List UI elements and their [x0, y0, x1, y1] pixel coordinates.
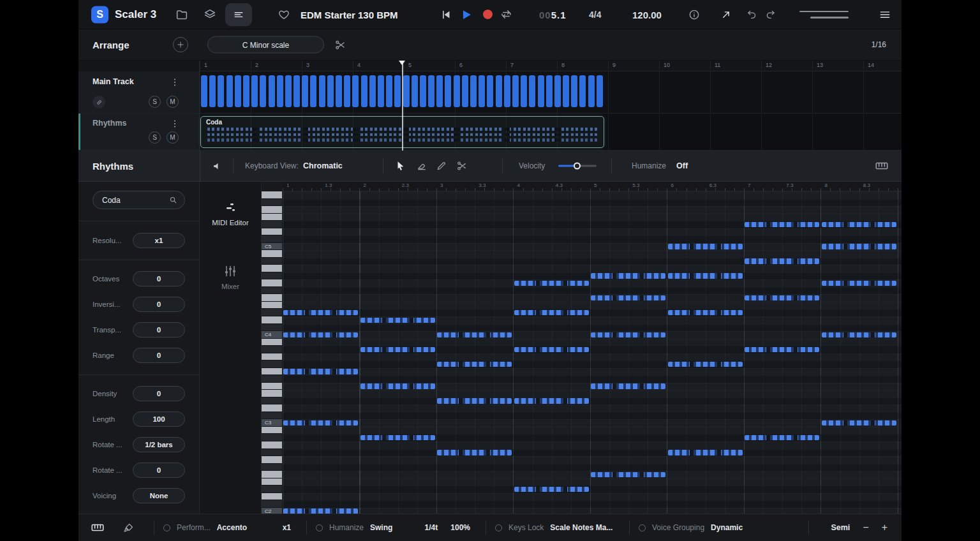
piano-key[interactable]: C2 — [262, 508, 282, 514]
loop-button[interactable] — [498, 7, 514, 22]
piano-key[interactable] — [262, 412, 282, 420]
midi-note[interactable] — [360, 383, 435, 389]
piano-key[interactable]: C3 — [262, 419, 282, 427]
midi-note[interactable] — [668, 362, 743, 367]
param-value-button[interactable]: 0 — [133, 271, 185, 286]
piano-key[interactable] — [262, 214, 282, 221]
midi-note[interactable] — [745, 347, 819, 353]
humanize-value[interactable]: Off — [676, 161, 688, 170]
param-value-button[interactable]: 0 — [133, 322, 185, 337]
piano-key[interactable] — [262, 353, 282, 361]
piano-key[interactable] — [262, 221, 282, 228]
piano-key[interactable] — [262, 309, 282, 316]
footer-value[interactable]: Accento — [217, 523, 247, 532]
param-value-button[interactable]: None — [133, 488, 185, 503]
scale-selector[interactable]: C Minor scale — [207, 36, 324, 54]
piano-key[interactable] — [262, 324, 282, 332]
midi-note[interactable] — [591, 295, 665, 301]
piano-key[interactable] — [262, 302, 282, 309]
footer-extra[interactable]: 100% — [450, 523, 470, 532]
piano-key[interactable] — [262, 228, 282, 236]
browser-button[interactable] — [174, 7, 189, 22]
piano-key[interactable] — [262, 390, 282, 397]
fader-lines-icon[interactable] — [799, 11, 849, 19]
arrange-view-tab[interactable] — [225, 3, 252, 26]
footer-value[interactable]: Scale Notes Ma... — [550, 523, 612, 532]
toggle-circle[interactable] — [163, 524, 170, 531]
piano-key[interactable] — [262, 441, 282, 449]
semi-increase-button[interactable]: + — [882, 522, 887, 533]
tab-mixer[interactable]: Mixer — [200, 263, 261, 290]
link-button[interactable] — [93, 96, 105, 108]
midi-note[interactable] — [745, 435, 819, 441]
pencil-tool-button[interactable] — [434, 158, 449, 174]
note-grid[interactable] — [283, 191, 902, 514]
piano-key[interactable] — [262, 485, 282, 493]
select-tool-button[interactable] — [393, 158, 408, 174]
piano-key[interactable] — [262, 346, 282, 353]
piano-key[interactable] — [262, 206, 282, 214]
redo-button[interactable] — [762, 7, 778, 22]
keyboard-view-value[interactable]: Chromatic — [303, 161, 343, 170]
piano-key[interactable] — [262, 375, 282, 383]
piano-key[interactable] — [262, 287, 282, 295]
midi-note[interactable] — [822, 244, 896, 249]
solo-button[interactable]: S — [149, 131, 161, 144]
toggle-circle[interactable] — [639, 524, 646, 531]
midi-note[interactable] — [822, 420, 896, 426]
midi-note[interactable] — [283, 369, 358, 374]
piano-key[interactable] — [262, 199, 282, 207]
midi-note[interactable] — [745, 295, 819, 301]
piano-key[interactable] — [262, 279, 282, 287]
midi-note[interactable] — [283, 508, 358, 514]
search-input[interactable] — [102, 196, 168, 205]
skip-to-start-button[interactable] — [438, 7, 454, 22]
split-tool-button[interactable] — [454, 158, 470, 174]
midi-note[interactable] — [437, 332, 512, 338]
arrange-ruler-numbers[interactable]: 1234567891011121314 — [200, 61, 902, 71]
midi-note[interactable] — [437, 398, 512, 404]
track-header-main[interactable]: Main Track SM — [78, 71, 200, 113]
midi-note[interactable] — [514, 487, 589, 493]
piano-key[interactable] — [262, 191, 282, 199]
toggle-circle[interactable] — [316, 524, 323, 531]
midi-note[interactable] — [283, 420, 358, 426]
midi-note[interactable] — [360, 435, 435, 441]
piano-key[interactable] — [262, 316, 282, 324]
midi-note[interactable] — [822, 332, 896, 338]
param-value-button[interactable]: 100 — [133, 411, 185, 427]
semi-decrease-button[interactable]: − — [863, 522, 868, 533]
footer-value[interactable]: Swing — [370, 523, 392, 532]
main-menu-button[interactable] — [877, 7, 893, 22]
midi-note[interactable] — [360, 318, 435, 323]
piano-key[interactable] — [262, 294, 282, 302]
param-value-button[interactable]: 0 — [133, 463, 185, 478]
track-menu-button[interactable] — [167, 116, 182, 131]
timeline-ruler[interactable]: 1234567891011121314 — [78, 61, 902, 71]
midi-note[interactable] — [591, 273, 665, 279]
preset-title[interactable]: EDM Starter 130 BPM — [301, 9, 398, 20]
add-track-button[interactable] — [173, 37, 188, 52]
track-header-rhythms[interactable]: Rhythms SM — [78, 114, 200, 150]
play-button[interactable] — [459, 7, 474, 22]
piano-key[interactable] — [262, 339, 282, 346]
piano-key[interactable] — [262, 265, 282, 272]
piano-key[interactable] — [262, 383, 282, 390]
piano-key[interactable] — [262, 493, 282, 501]
midi-note[interactable] — [591, 332, 665, 338]
piano-key[interactable] — [262, 427, 282, 434]
midi-note[interactable] — [668, 273, 743, 279]
mute-button[interactable]: M — [167, 131, 179, 144]
footer-value[interactable]: Dynamic — [711, 523, 743, 532]
midi-note[interactable] — [822, 281, 896, 286]
piano-key[interactable] — [262, 250, 282, 258]
midi-note[interactable] — [668, 310, 743, 316]
record-button[interactable] — [480, 7, 495, 22]
midi-note[interactable] — [514, 347, 589, 353]
footer-group[interactable]: Perform...Accentox1 — [163, 523, 297, 532]
eraser-tool-button[interactable] — [414, 158, 429, 174]
piano-key[interactable]: C5 — [262, 243, 282, 251]
undo-button[interactable] — [744, 7, 759, 22]
midi-note[interactable] — [668, 450, 743, 456]
midi-note[interactable] — [591, 383, 665, 389]
